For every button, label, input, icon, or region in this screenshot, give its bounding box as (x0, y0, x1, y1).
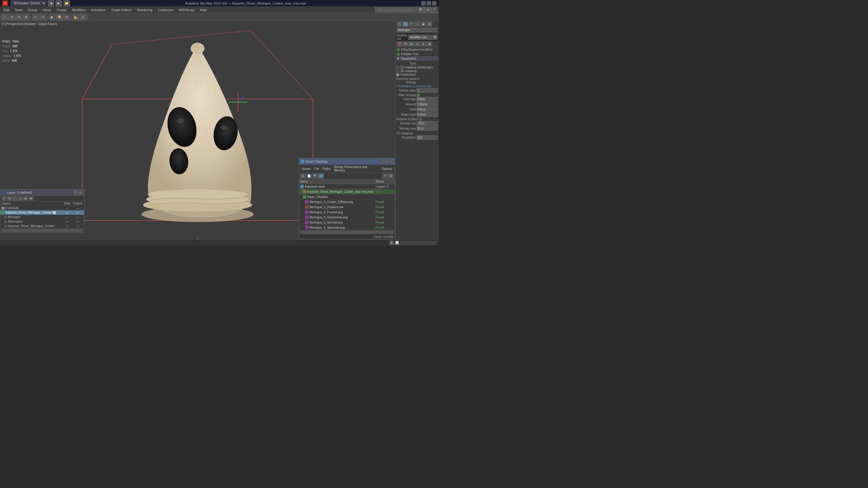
workspace-selector[interactable]: Workspace: Default (11, 1, 46, 6)
asset-settings[interactable]: ⚙ (388, 173, 394, 178)
show-result-icon[interactable]: ⊞ (409, 41, 414, 46)
menu-modifiers[interactable]: Modifiers (70, 7, 88, 12)
filter-blur-input[interactable] (416, 97, 438, 101)
radio-3d[interactable]: 3D mapping (396, 69, 438, 73)
parameters-section[interactable]: ▼ Parameters (396, 56, 439, 61)
modifier-poly-checkbox[interactable] (397, 53, 400, 56)
asset-row-4[interactable]: Meringue_5_Displace.exr Found (299, 204, 395, 210)
layer-freeze-0[interactable]: — (72, 206, 83, 210)
modifier-vray[interactable]: VRayDisplacementMod (396, 47, 439, 52)
layer-item-2[interactable]: Meringue — — (0, 215, 84, 219)
nav-back[interactable]: ◀ (48, 0, 54, 6)
layer-freeze-2[interactable]: — (72, 216, 83, 219)
layer-settings[interactable]: ⚙ (29, 196, 33, 201)
layer-vis-0[interactable]: — (62, 206, 72, 210)
shift-input[interactable] (416, 107, 438, 112)
search-options[interactable]: ⚙ (424, 7, 431, 13)
menu-graph-editors[interactable]: Graph Editors (109, 7, 134, 12)
asset-tool-4[interactable]: ≡ (318, 173, 324, 178)
make-unique-icon[interactable]: ⊕ (421, 41, 426, 46)
asset-tool-2[interactable]: 📄 (306, 173, 312, 178)
asset-close[interactable]: × (389, 159, 393, 164)
layer-freeze-3[interactable]: — (72, 220, 83, 223)
layer-sel-from[interactable]: ↑ (18, 196, 23, 201)
search-input[interactable] (375, 7, 417, 12)
asset-tool-3[interactable]: 🔍 (312, 173, 318, 178)
layer-item-3[interactable]: Decoration — — (0, 219, 84, 224)
menu-tools[interactable]: Tools (12, 7, 25, 12)
layer-vis-4[interactable]: — (62, 224, 72, 228)
modify-icon[interactable]: 🔧 (403, 22, 408, 27)
redo-tool[interactable]: ↪ (39, 14, 46, 20)
texture-chan-input[interactable] (416, 88, 438, 93)
modifier-list-dropdown[interactable]: Modifier List (408, 35, 438, 40)
layer-item-4[interactable]: Karamel_Ghost_Meringue_Cookie — — (0, 224, 84, 228)
layer-item-1[interactable]: Karamel_Ghost_Meringue_Cookie — — (0, 210, 84, 215)
remove-modifier-icon[interactable]: 🗑 (427, 41, 432, 46)
layer-merge[interactable]: ⊕ (23, 196, 28, 201)
show-end-icon[interactable]: ⊡ (415, 41, 420, 46)
texmap-min-input[interactable] (416, 121, 438, 126)
scale-tool[interactable]: ⊞ (23, 14, 30, 20)
texmap-value[interactable]: 5 (Meringue_5_Displace.exr) (396, 85, 438, 88)
utilities-icon[interactable]: ⚙ (427, 22, 432, 27)
modifier-vray-checkbox[interactable] (397, 48, 400, 51)
close-button[interactable]: × (432, 1, 436, 5)
layers-help[interactable]: ? (73, 190, 78, 195)
asset-minimize[interactable]: _ (379, 159, 383, 164)
layer-freeze-1[interactable]: — (72, 211, 83, 214)
texmap-max-input[interactable] (416, 126, 438, 131)
motion-icon[interactable]: ▷ (415, 22, 420, 27)
select-tool[interactable]: ⊹ (1, 14, 8, 20)
menu-animation[interactable]: Animation (89, 7, 108, 12)
object-name-input[interactable] (397, 28, 438, 32)
asset-row-2[interactable]: Maps / Shaders (299, 194, 395, 199)
asset-row-6[interactable]: Meringue_5_Glossiness.png Found (299, 215, 395, 220)
create-icon[interactable]: ⬡ (397, 22, 402, 27)
menu-create[interactable]: Create (54, 7, 69, 12)
layer-vis-3[interactable]: — (62, 220, 72, 223)
nav-forward[interactable]: ▶ (56, 0, 62, 6)
render-tool[interactable]: ▶ (49, 14, 56, 20)
asset-menu-options[interactable]: Options (380, 167, 394, 171)
window-controls[interactable]: _ □ × (421, 1, 436, 5)
layer-freeze-4[interactable]: — (72, 224, 83, 228)
asset-row-5[interactable]: Meringue_5_Fresnel.png Found (299, 210, 395, 215)
asset-help[interactable]: ? (382, 173, 388, 178)
move-tool[interactable]: ✛ (8, 14, 15, 20)
rotate-tool[interactable]: ↻ (16, 14, 22, 20)
search-button[interactable]: 🔍 (418, 7, 424, 13)
status-btn-2[interactable]: 📊 (395, 241, 399, 245)
help-button[interactable]: ? (431, 7, 438, 13)
menu-maxscript[interactable]: MAXScript (177, 7, 197, 12)
asset-row-3[interactable]: Meringue_5_Cream_Diffuse.png Found (299, 199, 395, 204)
undo-tool[interactable]: ↩ (32, 14, 39, 20)
status-btn-1[interactable]: ⚙ (390, 241, 394, 245)
menu-views[interactable]: Views (40, 7, 54, 12)
open-file[interactable]: 📁 (63, 0, 70, 6)
filter-texmap-cb[interactable] (417, 94, 420, 97)
menu-customize[interactable]: Customize (156, 7, 176, 12)
asset-row-7[interactable]: Meringue_5_Normal.png Found (299, 220, 395, 225)
asset-row-8[interactable]: Meringue_5_Specular.png Found (299, 225, 395, 230)
layer-vis-1[interactable]: — (62, 211, 72, 214)
align-tool[interactable]: ⊡ (63, 14, 70, 20)
water-level-input[interactable] (416, 112, 438, 117)
menu-group[interactable]: Group (26, 7, 40, 12)
asset-menu-server[interactable]: Server (300, 167, 312, 171)
layer-delete[interactable]: ✕ (7, 196, 12, 201)
layers-close[interactable]: × (78, 190, 82, 195)
layer-add-sel[interactable]: ↓ (12, 196, 17, 201)
radio-2d[interactable]: 2D mapping (landscape) (396, 66, 438, 69)
modifier-editable-poly[interactable]: Editable Poly (396, 52, 439, 56)
asset-menu-file[interactable]: File (313, 167, 320, 171)
layers-scrollbar[interactable] (1, 229, 83, 232)
layer-vis-2[interactable]: — (62, 216, 72, 219)
display-icon[interactable]: ◉ (421, 22, 426, 27)
timeline-bar[interactable] (400, 241, 436, 245)
minimize-button[interactable]: _ (421, 1, 426, 5)
pin-stack-icon[interactable]: 📌 (397, 41, 402, 46)
asset-row-0[interactable]: Autodesk Vault Logged O (299, 184, 395, 189)
amount-input[interactable] (416, 102, 438, 107)
asset-menu-bitmap[interactable]: Bitmap Performance and Memory (333, 165, 379, 172)
